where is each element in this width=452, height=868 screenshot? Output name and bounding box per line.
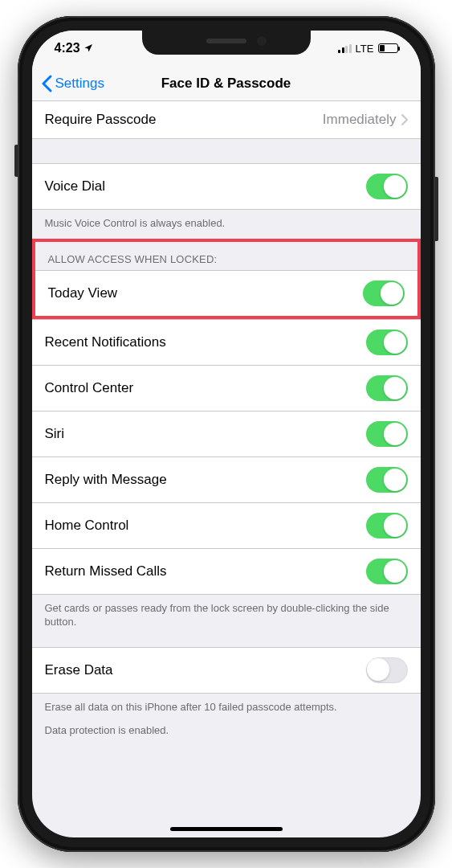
notch <box>142 31 311 55</box>
home-control-label: Home Control <box>45 518 129 534</box>
back-button[interactable]: Settings <box>42 75 104 92</box>
today-view-label: Today View <box>48 285 118 301</box>
back-label: Settings <box>55 76 104 92</box>
return-missed-calls-toggle[interactable] <box>366 559 408 584</box>
highlight-annotation: ALLOW ACCESS WHEN LOCKED: Today View <box>32 239 421 319</box>
require-passcode-row[interactable]: Require Passcode Immediately <box>32 101 421 138</box>
signal-icon <box>338 44 352 53</box>
siri-label: Siri <box>45 426 65 442</box>
today-view-group: Today View <box>35 270 417 316</box>
content-area: Require Passcode Immediately Voice Dial … <box>32 101 421 837</box>
require-passcode-group: Require Passcode Immediately <box>32 101 421 139</box>
control-center-row: Control Center <box>32 366 421 411</box>
return-missed-calls-label: Return Missed Calls <box>45 563 167 579</box>
return-missed-calls-row: Return Missed Calls <box>32 549 421 594</box>
require-passcode-label: Require Passcode <box>45 112 157 128</box>
home-control-toggle[interactable] <box>366 513 408 538</box>
screen: 4:23 LTE Settings Face ID & Passcode <box>32 31 421 837</box>
allow-access-header: ALLOW ACCESS WHEN LOCKED: <box>35 242 417 270</box>
control-center-label: Control Center <box>45 380 134 396</box>
require-passcode-value: Immediately <box>323 112 397 128</box>
page-title: Face ID & Passcode <box>161 76 291 92</box>
chevron-right-icon <box>401 114 408 125</box>
device-frame: 4:23 LTE Settings Face ID & Passcode <box>18 16 435 852</box>
location-icon <box>83 43 93 53</box>
siri-toggle[interactable] <box>366 421 408 447</box>
voice-dial-label: Voice Dial <box>45 178 106 194</box>
erase-data-toggle[interactable] <box>366 657 408 683</box>
control-center-toggle[interactable] <box>366 375 408 401</box>
status-time: 4:23 <box>55 41 80 55</box>
erase-footer-2: Data protection is enabled. <box>32 722 421 746</box>
recent-notifications-label: Recent Notifications <box>45 334 166 350</box>
erase-data-group: Erase Data <box>32 647 421 694</box>
reply-with-message-label: Reply with Message <box>45 472 167 488</box>
locked-access-group: Recent Notifications Control Center Siri… <box>32 319 421 595</box>
erase-footer-1: Erase all data on this iPhone after 10 f… <box>32 694 421 723</box>
siri-row: Siri <box>32 411 421 457</box>
wallet-footer: Get cards or passes ready from the lock … <box>32 595 421 637</box>
navigation-bar: Settings Face ID & Passcode <box>32 66 421 101</box>
voice-dial-group: Voice Dial <box>32 163 421 210</box>
erase-data-row: Erase Data <box>32 648 421 693</box>
erase-data-label: Erase Data <box>45 662 113 678</box>
recent-notifications-row: Recent Notifications <box>32 320 421 366</box>
voice-dial-footer: Music Voice Control is always enabled. <box>32 210 421 239</box>
home-indicator[interactable] <box>170 827 283 831</box>
today-view-toggle[interactable] <box>363 280 405 306</box>
network-label: LTE <box>356 43 374 55</box>
voice-dial-toggle[interactable] <box>366 174 408 199</box>
battery-icon <box>378 43 398 53</box>
voice-dial-row: Voice Dial <box>32 164 421 209</box>
reply-with-message-row: Reply with Message <box>32 457 421 503</box>
chevron-left-icon <box>42 75 52 92</box>
reply-with-message-toggle[interactable] <box>366 467 408 493</box>
recent-notifications-toggle[interactable] <box>366 330 408 355</box>
today-view-row: Today View <box>35 271 417 316</box>
home-control-row: Home Control <box>32 503 421 549</box>
